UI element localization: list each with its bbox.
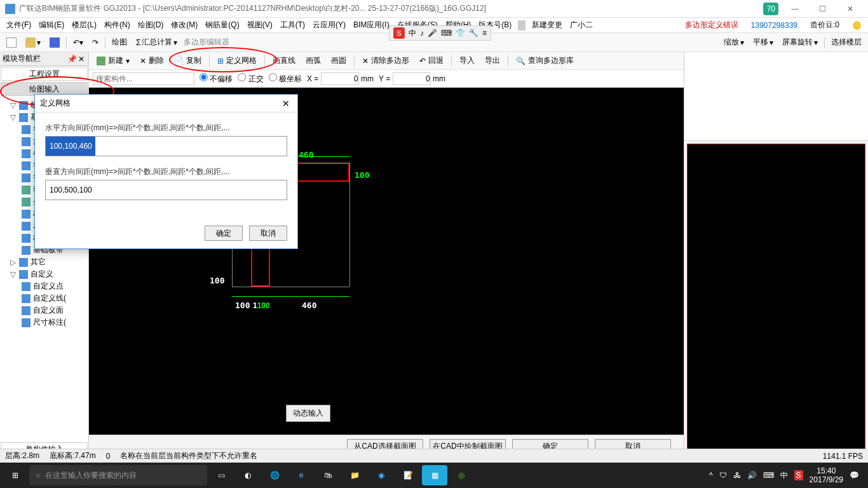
nav-close-icon[interactable]: ✕ xyxy=(77,55,86,64)
clear-poly-button[interactable]: ✕ 清除多边形 xyxy=(358,54,413,67)
menu-bim[interactable]: BIM应用(I) xyxy=(349,20,393,30)
ime-lang[interactable]: 中 xyxy=(409,28,416,39)
tree-node[interactable]: ▷其它 xyxy=(1,256,87,268)
menu-floor[interactable]: 楼层(L) xyxy=(68,20,100,30)
user-label[interactable]: 广小二 xyxy=(566,20,597,30)
x-input[interactable] xyxy=(321,72,359,85)
menu-member[interactable]: 构件(N) xyxy=(100,20,134,30)
radio-polar[interactable]: 极坐标 xyxy=(269,73,302,85)
menu-tool[interactable]: 工具(T) xyxy=(276,20,309,30)
notifications-icon[interactable]: 💬 xyxy=(850,471,859,480)
right-top-area xyxy=(684,52,868,141)
ime-skin-icon[interactable]: 👕 xyxy=(456,29,465,37)
menu-modify[interactable]: 修改(M) xyxy=(167,20,201,30)
preview-canvas[interactable] xyxy=(687,144,865,469)
draw-line-button[interactable]: 画直线 xyxy=(269,54,299,67)
query-poly-button[interactable]: 🔍 查询多边形库 xyxy=(512,54,578,67)
store-icon[interactable]: 🛍 xyxy=(315,465,341,485)
radio-no-offset[interactable]: 不偏移 xyxy=(200,73,233,85)
explorer-icon[interactable]: 📁 xyxy=(342,465,367,485)
tray-shield-icon[interactable]: 🛡 xyxy=(719,471,727,480)
browser-icon[interactable]: 🌐 xyxy=(262,465,287,485)
dynamic-input-button[interactable]: 动态输入 xyxy=(286,405,330,422)
draw-circle-button[interactable]: 画圆 xyxy=(327,54,350,67)
taskbar-search[interactable]: ○ 在这里输入你要搜索的内容 xyxy=(29,465,207,485)
tree-node[interactable]: 尺寸标注( xyxy=(1,316,87,329)
clock[interactable]: 15:402017/9/29 xyxy=(810,466,843,485)
draw-button[interactable]: 绘图 xyxy=(109,36,130,49)
dialog-close-icon[interactable]: ✕ xyxy=(280,98,292,109)
tree-node[interactable]: ▽自定义 xyxy=(1,268,87,280)
select-floor-button[interactable]: 选择楼层 xyxy=(829,36,864,49)
new-change-button[interactable]: 新建变更 xyxy=(528,20,566,30)
tray-sogou-icon[interactable]: S xyxy=(794,470,803,480)
minimize-button[interactable]: — xyxy=(782,4,808,13)
dim-top-3: 460 xyxy=(299,150,313,159)
ime-menu-icon[interactable]: ≡ xyxy=(482,29,487,37)
tray-network-icon[interactable]: 🖧 xyxy=(733,471,741,480)
menu-cloud[interactable]: 云应用(Y) xyxy=(309,20,349,30)
dialog-ok-button[interactable]: 确定 xyxy=(205,226,243,241)
delete-button[interactable]: ✕ 删除 xyxy=(136,54,168,67)
tray-volume-icon[interactable]: 🔊 xyxy=(747,471,757,480)
tray-up-icon[interactable]: ^ xyxy=(709,471,713,480)
new-button[interactable]: 新建▾ xyxy=(93,54,133,67)
define-grid-button[interactable]: ⊞ 定义网格 xyxy=(214,54,261,67)
redo-button[interactable]: ↷ xyxy=(90,37,101,48)
tree-node[interactable]: 自定义线( xyxy=(1,292,87,304)
window-title: 广联达BIM钢筋算量软件 GGJ2013 - [C:\Users\Adminis… xyxy=(19,3,759,14)
phone-label[interactable]: 13907298339 xyxy=(747,21,801,30)
menu-file[interactable]: 文件(F) xyxy=(3,20,35,30)
cortana-icon[interactable]: ◐ xyxy=(235,465,261,485)
dim-bot-2: 1100 xyxy=(253,301,270,310)
ime-toolbar[interactable]: S 中 ♪ 🎤 ⌨ 👕 🔧 ≡ xyxy=(389,25,491,41)
undo-button[interactable]: ↶▾ xyxy=(71,37,86,48)
app-icon-4[interactable]: ◎ xyxy=(449,465,474,485)
maximize-button[interactable]: ☐ xyxy=(810,4,836,13)
y-input[interactable] xyxy=(393,72,431,85)
export-button[interactable]: 导出 xyxy=(481,54,504,67)
ime-tool-icon[interactable]: 🔧 xyxy=(469,29,478,37)
dialog-header[interactable]: 定义网格 ✕ xyxy=(35,95,297,112)
tray-ime-icon[interactable]: 中 xyxy=(780,470,788,481)
zoom-button[interactable]: 缩放▾ xyxy=(721,36,747,49)
menu-rebar[interactable]: 钢筋量(Q) xyxy=(201,20,243,30)
save-button[interactable] xyxy=(47,36,62,49)
ime-punct-icon[interactable]: ♪ xyxy=(420,29,424,37)
nav-pin-icon[interactable]: 📌 xyxy=(67,55,77,64)
dialog-cancel-button[interactable]: 取消 xyxy=(249,226,287,241)
pan-button[interactable]: 平移▾ xyxy=(750,36,776,49)
nav-title: 模块导航栏 xyxy=(3,53,67,64)
task-view-icon[interactable]: ▭ xyxy=(208,465,234,485)
app-icon-3[interactable]: ▦ xyxy=(422,465,447,485)
tree-node[interactable]: 自定义面 xyxy=(1,304,87,316)
copy-button[interactable]: 📄 复制 xyxy=(170,54,205,67)
edge-icon[interactable]: e xyxy=(288,465,314,485)
menu-draw[interactable]: 绘图(D) xyxy=(134,20,168,30)
rotate-button[interactable]: 屏幕旋转▾ xyxy=(780,36,820,49)
new-doc-button[interactable] xyxy=(4,36,19,49)
ime-kbd-icon[interactable]: ⌨ xyxy=(441,29,452,37)
radio-ortho[interactable]: 正交 xyxy=(238,73,263,85)
sum-button[interactable]: Σ 汇总计算▾ xyxy=(133,36,180,49)
v-spacing-input[interactable] xyxy=(45,180,287,200)
menu-edit[interactable]: 编辑(E) xyxy=(35,20,68,30)
tray-keyboard-icon[interactable]: ⌨ xyxy=(763,471,774,480)
search-input[interactable] xyxy=(93,72,194,85)
menu-view[interactable]: 视图(V) xyxy=(243,20,276,30)
open-button[interactable]: ▾ xyxy=(23,36,43,49)
h-spacing-input[interactable] xyxy=(45,136,287,156)
app-icon-1[interactable]: ◉ xyxy=(369,465,394,485)
status-bar: 层高:2.8m 底标高:7.47m 0 名称在当前层当前构件类型下不允许重名 1… xyxy=(0,449,868,463)
ime-mic-icon[interactable]: 🎤 xyxy=(428,29,437,37)
back-button[interactable]: ↶ 回退 xyxy=(416,54,447,67)
v-spacing-label: 垂直方向间距(mm)=>间距*个数,间距,间距*个数,间距,... xyxy=(45,166,287,177)
import-button[interactable]: 导入 xyxy=(456,54,478,67)
nav-project-settings[interactable]: 工程设置 xyxy=(1,67,88,81)
count: 0 xyxy=(106,452,111,461)
close-button[interactable]: ✕ xyxy=(837,4,863,13)
start-button[interactable]: ⊞ xyxy=(3,465,28,485)
draw-arc-button[interactable]: 画弧 xyxy=(302,54,325,67)
tree-node[interactable]: 自定义点 xyxy=(1,280,87,292)
app-icon-2[interactable]: 📝 xyxy=(395,465,421,485)
